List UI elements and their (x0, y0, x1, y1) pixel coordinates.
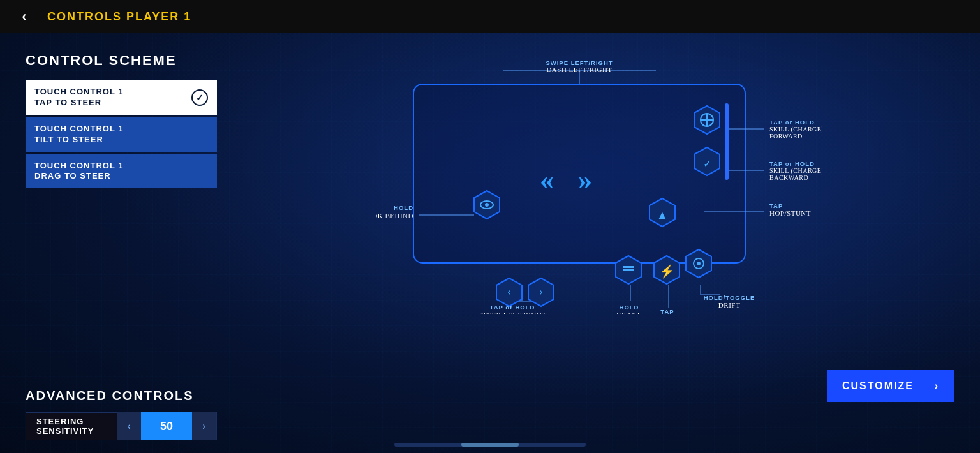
svg-text:FORWARD: FORWARD (769, 133, 803, 140)
svg-text:HOLD: HOLD (620, 304, 639, 311)
svg-text:DRIFT: DRIFT (718, 301, 740, 309)
svg-text:BRAKE: BRAKE (616, 311, 642, 314)
sensitivity-decrement-button[interactable]: ‹ (117, 412, 141, 440)
right-panel: « » ‹ › ▲ (242, 52, 954, 440)
diagram-svg: « » ‹ › ▲ (375, 59, 822, 314)
advanced-controls-title: ADVANCED CONTROLS (26, 389, 217, 403)
control-scheme-title: CONTROL SCHEME (26, 52, 217, 69)
svg-text:DASH LEFT/RIGHT: DASH LEFT/RIGHT (546, 66, 612, 73)
control-diagram: « » ‹ › ▲ (375, 59, 822, 314)
svg-text:TAP: TAP (660, 308, 674, 314)
svg-text:»: » (578, 165, 592, 196)
selected-check-icon (191, 89, 208, 106)
svg-text:TAP or HOLD: TAP or HOLD (769, 160, 815, 167)
scheme-item-drag-label: TOUCH CONTROL 1DRAG TO STEER (34, 161, 123, 182)
steering-sensitivity-row: STEERING SENSITIVITY ‹ 50 › (26, 412, 217, 440)
customize-label: CUSTOMIZE (842, 380, 914, 392)
main-content: CONTROL SCHEME TOUCH CONTROL 1TAP TO STE… (0, 33, 980, 453)
svg-text:BACKWARD: BACKWARD (769, 174, 808, 181)
svg-text:HOLD/TOGGLE: HOLD/TOGGLE (704, 294, 755, 301)
svg-text:TAP: TAP (769, 202, 783, 209)
scheme-item-tilt[interactable]: TOUCH CONTROL 1TILT TO STEER (26, 117, 217, 152)
svg-text:⚡: ⚡ (659, 264, 675, 279)
left-panel: CONTROL SCHEME TOUCH CONTROL 1TAP TO STE… (26, 52, 217, 440)
topbar: ‹ CONTROLS PLAYER 1 (0, 0, 980, 33)
horizontal-scrollbar[interactable] (394, 443, 586, 447)
steering-sensitivity-label: STEERING SENSITIVITY (26, 417, 117, 436)
scheme-item-tilt-label: TOUCH CONTROL 1TILT TO STEER (34, 124, 123, 145)
svg-point-21 (485, 203, 489, 207)
svg-text:‹: ‹ (507, 285, 511, 298)
svg-rect-29 (623, 266, 634, 268)
svg-text:«: « (540, 165, 554, 196)
svg-text:STEER LEFT/RIGHT: STEER LEFT/RIGHT (478, 311, 546, 314)
svg-text:TAP or HOLD: TAP or HOLD (769, 119, 815, 126)
scheme-item-tap-label: TOUCH CONTROL 1TAP TO STEER (34, 87, 123, 108)
svg-text:▲: ▲ (657, 209, 668, 221)
svg-text:TAP or HOLD: TAP or HOLD (490, 304, 535, 311)
back-chevron-icon: ‹ (22, 8, 26, 25)
scheme-list: TOUCH CONTROL 1TAP TO STEER TOUCH CONTRO… (26, 80, 217, 188)
sensitivity-value: 50 (141, 412, 192, 440)
customize-arrow-icon: › (935, 380, 939, 392)
svg-text:LOOK BEHIND: LOOK BEHIND (375, 212, 413, 219)
svg-text:›: › (539, 285, 543, 298)
svg-text:HOP/STUNT: HOP/STUNT (769, 209, 811, 217)
svg-text:✓: ✓ (703, 158, 711, 169)
scheme-item-drag[interactable]: TOUCH CONTROL 1DRAG TO STEER (26, 154, 217, 189)
sensitivity-increment-button[interactable]: › (192, 412, 216, 440)
svg-rect-1 (725, 103, 729, 180)
page-title: CONTROLS PLAYER 1 (47, 10, 191, 24)
svg-text:HOLD: HOLD (394, 204, 413, 211)
scrollbar-thumb (461, 443, 519, 447)
svg-point-35 (697, 262, 701, 265)
customize-button[interactable]: CUSTOMIZE › (827, 370, 954, 402)
scheme-item-tap[interactable]: TOUCH CONTROL 1TAP TO STEER (26, 80, 217, 115)
svg-rect-30 (623, 269, 634, 271)
back-button[interactable]: ‹ (13, 5, 36, 28)
